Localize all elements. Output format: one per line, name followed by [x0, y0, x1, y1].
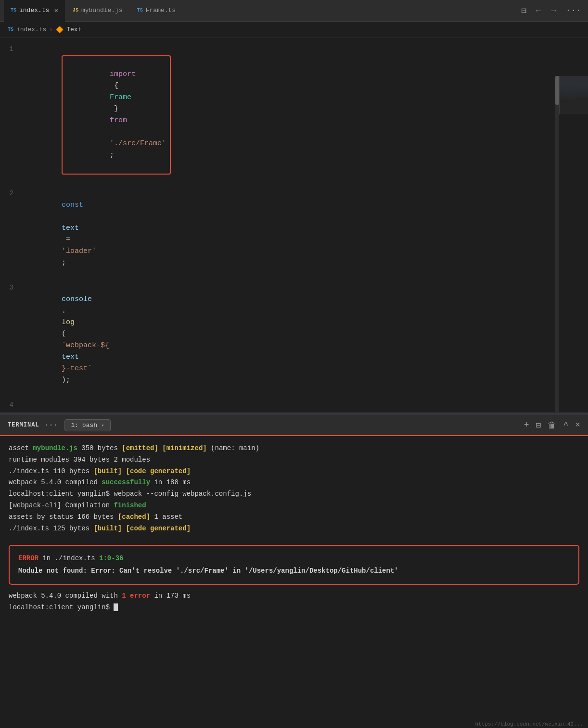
terminal-line-3: ./index.ts 110 bytes [built] [code gener…: [9, 466, 579, 477]
navigate-back-button[interactable]: ←: [533, 4, 544, 17]
breadcrumb-symbol: Text: [66, 26, 81, 33]
shell-name: 1: bash: [71, 422, 97, 429]
error-label: ERROR: [18, 554, 38, 562]
ts-badge: TS: [137, 8, 143, 13]
editor-area: 1 import { Frame } from './src/Frame' ; …: [0, 38, 588, 413]
close-terminal-button[interactable]: ×: [575, 420, 580, 430]
finished-badge: finished: [114, 502, 146, 509]
code-gen-badge-2: [code generated]: [126, 525, 191, 532]
terminal-more-button[interactable]: ···: [44, 421, 58, 429]
error-line-range: 1:0-36: [99, 554, 123, 562]
template-string: `webpack-${: [62, 341, 109, 350]
delete-terminal-button[interactable]: 🗑: [548, 420, 556, 430]
success-badge: successfully: [102, 478, 150, 486]
line-content: [23, 400, 588, 411]
terminal-line-5: localhost:client yanglin$ webpack --conf…: [9, 489, 579, 500]
line-number: 1: [0, 44, 23, 54]
breadcrumb-file[interactable]: index.ts: [16, 26, 46, 33]
chevron-down-icon: ▾: [101, 422, 104, 428]
keyword-const: const: [62, 201, 83, 209]
tab-label: index.ts: [19, 7, 49, 14]
variable-text: text: [62, 224, 79, 232]
breadcrumb: TS index.ts › 🔶 Text: [0, 22, 588, 38]
close-icon[interactable]: ✕: [54, 6, 58, 14]
terminal-last-prompt: localhost:client yanglin$: [9, 602, 579, 614]
code-gen-badge-1: [code generated]: [126, 467, 191, 475]
error-box: ERROR in ./index.ts 1:0-36 Module not fo…: [9, 545, 579, 584]
breadcrumb-ts-badge: TS: [8, 27, 13, 32]
scrollbar-thumb[interactable]: [555, 76, 559, 105]
error-line-2: Module not found: Error: Can't resolve '…: [18, 565, 570, 577]
punct: [62, 213, 66, 221]
error-in-text: in ./index.ts: [42, 554, 99, 562]
line-number: 3: [0, 282, 23, 293]
terminal-line-6: [webpack-cli] Compilation finished: [9, 500, 579, 512]
terminal-line-4: webpack 5.4.0 compiled successfully in 1…: [9, 477, 579, 489]
line-number: 2: [0, 188, 23, 199]
error-count: 1 error: [122, 592, 150, 600]
navigate-forward-button[interactable]: →: [548, 4, 559, 17]
split-editor-button[interactable]: ⊟: [518, 3, 529, 18]
breadcrumb-separator: ›: [49, 26, 53, 33]
tab-label: Frame.ts: [146, 7, 176, 14]
terminal-line-8: ./index.ts 125 bytes [built] [code gener…: [9, 523, 579, 535]
bottom-url: https://blog.csdn.net/weixin_42...: [475, 721, 583, 727]
tab-actions: ⊟ ← → ···: [518, 3, 584, 18]
string-loader: 'loader': [62, 247, 96, 255]
minimap: [559, 76, 588, 114]
tab-mybundle-js[interactable]: JS mybundle.js: [66, 0, 129, 22]
keyword-import: import: [110, 70, 136, 78]
line-content: console . log ( `webpack-${ text }-test`…: [23, 282, 588, 398]
built-badge-1: [built]: [93, 467, 122, 475]
terminal-line-1: asset mybundle.js 350 bytes [emitted] [m…: [9, 443, 579, 454]
terminal-shell-dropdown[interactable]: 1: bash ▾: [64, 419, 110, 431]
line-number: 4: [0, 400, 23, 410]
line-content: import { Frame } from './src/Frame' ;: [23, 44, 588, 186]
punct: =: [62, 236, 75, 244]
more-actions-button[interactable]: ···: [563, 4, 584, 17]
keyword-from: from: [110, 116, 127, 125]
terminal-output: asset mybundle.js 350 bytes [emitted] [m…: [0, 436, 588, 541]
template-expr: text: [62, 353, 79, 361]
string-literal: './src/Frame': [110, 139, 166, 148]
tab-label: mybundle.js: [81, 7, 123, 14]
js-badge: JS: [73, 8, 78, 13]
code-line-1: 1 import { Frame } from './src/Frame' ;: [0, 43, 588, 187]
add-terminal-button[interactable]: +: [524, 420, 529, 430]
terminal-header: TERMINAL ··· 1: bash ▾ + ⊟ 🗑 ^ ×: [0, 415, 588, 436]
punct: );: [62, 376, 70, 384]
punct: }: [110, 105, 123, 113]
minimap-content: [560, 76, 588, 114]
terminal-actions: + ⊟ 🗑 ^ ×: [524, 420, 580, 430]
punct: ;: [62, 259, 66, 267]
collapse-terminal-button[interactable]: ^: [563, 420, 568, 430]
punct: [110, 128, 114, 136]
template-string-end: }-test`: [62, 364, 92, 373]
console-ref: console: [62, 295, 92, 303]
breadcrumb-icon: 🔶: [56, 26, 64, 34]
code-line-2: 2 const text = 'loader' ;: [0, 187, 588, 281]
tab-index-ts[interactable]: TS index.ts ✕: [4, 0, 65, 22]
split-terminal-button[interactable]: ⊟: [536, 420, 541, 430]
scrollbar-vertical[interactable]: [555, 76, 559, 413]
punct: ;: [110, 151, 114, 159]
filename-mybundle: mybundle.js: [33, 444, 77, 452]
punct: {: [110, 82, 123, 90]
terminal-label: TERMINAL: [8, 422, 39, 428]
built-badge-2: [built]: [93, 525, 122, 532]
minimized-badge: [minimized]: [162, 444, 206, 452]
line-content: const text = 'loader' ;: [23, 188, 588, 280]
code-line-4: 4: [0, 399, 588, 412]
terminal-line-7: assets by status 166 bytes [cached] 1 as…: [9, 512, 579, 523]
emitted-badge: [emitted]: [122, 444, 158, 452]
class-ref: Frame: [110, 93, 131, 101]
ts-badge: TS: [11, 8, 16, 13]
terminal-final-line: webpack 5.4.0 compiled with 1 error in 1…: [9, 590, 579, 602]
punct: .: [62, 307, 66, 315]
method-log: log: [62, 318, 75, 326]
punct: (: [62, 330, 66, 338]
terminal-section: TERMINAL ··· 1: bash ▾ + ⊟ 🗑 ^ × asset m…: [0, 415, 588, 620]
cached-badge: [cached]: [118, 513, 150, 521]
tab-frame-ts[interactable]: TS Frame.ts: [130, 0, 182, 22]
code-editor: 1 import { Frame } from './src/Frame' ; …: [0, 38, 588, 413]
